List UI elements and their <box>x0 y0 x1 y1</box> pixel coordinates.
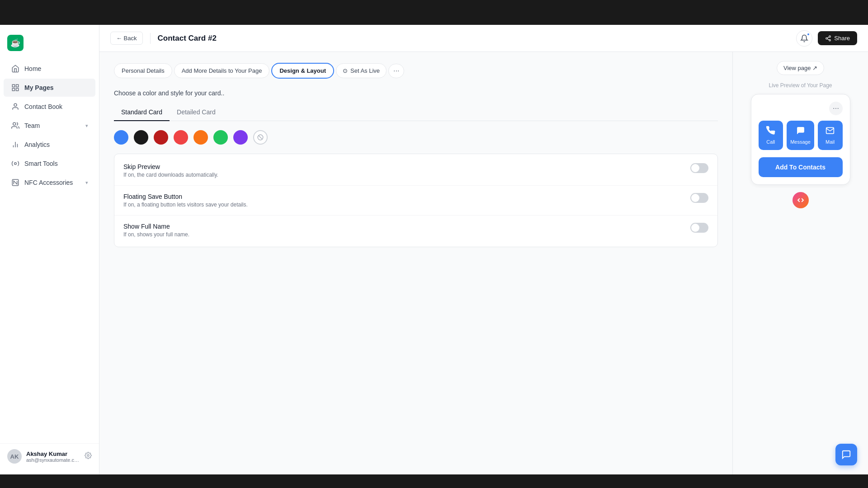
editor-panel: Personal Details Add More Details to You… <box>99 52 732 474</box>
sidebar-item-team[interactable]: Team ▾ <box>4 117 95 135</box>
svg-rect-1 <box>16 84 19 87</box>
view-page-button[interactable]: View page ↗ <box>777 61 824 75</box>
team-icon <box>11 121 20 130</box>
settings-gear-icon[interactable] <box>85 452 92 461</box>
svg-point-13 <box>826 38 828 39</box>
user-name: Akshay Kumar <box>26 450 80 457</box>
settings-row-floating-save: Floating Save Button If on, a floating b… <box>114 186 717 216</box>
my-pages-icon <box>11 83 20 92</box>
sidebar-item-home[interactable]: Home <box>4 60 95 78</box>
tab-personal-details[interactable]: Personal Details <box>114 63 172 78</box>
message-label: Message <box>790 139 811 145</box>
sidebar-item-contact-book[interactable]: Contact Book <box>4 98 95 116</box>
color-green[interactable] <box>213 130 228 145</box>
skip-preview-desc: If on, the card downloads automatically. <box>123 172 218 178</box>
svg-line-18 <box>259 136 262 139</box>
svg-point-9 <box>14 163 17 165</box>
chat-fab-button[interactable] <box>835 444 857 465</box>
page-title: Contact Card #2 <box>158 34 217 43</box>
preview-more-button[interactable]: ⋯ <box>829 102 843 115</box>
share-label: Share <box>834 35 850 42</box>
nfc-chevron-icon: ▾ <box>85 180 88 186</box>
call-label: Call <box>766 139 775 145</box>
preview-more-area: ⋯ <box>759 102 843 115</box>
watermark-icon[interactable] <box>793 192 809 208</box>
sidebar-label-nfc: NFC Accessories <box>24 179 81 186</box>
custom-color-picker[interactable] <box>253 130 268 145</box>
svg-line-16 <box>827 37 829 38</box>
preview-message-button[interactable]: Message <box>787 121 814 150</box>
sidebar-label-home: Home <box>24 65 88 72</box>
svg-point-14 <box>829 39 831 41</box>
settings-row-skip-preview: Skip Preview If on, the card downloads a… <box>114 156 717 186</box>
notification-button[interactable] <box>796 30 812 47</box>
share-button[interactable]: Share <box>818 31 857 45</box>
mail-label: Mail <box>826 139 835 145</box>
skip-preview-toggle[interactable] <box>690 163 708 173</box>
sidebar-label-smart-tools: Smart Tools <box>24 160 88 167</box>
sidebar-user-section: AK Akshay Kumar ash@synxautomate.com <box>0 443 99 469</box>
svg-line-15 <box>827 38 829 39</box>
floating-save-desc: If on, a floating button lets visitors s… <box>123 202 248 208</box>
settings-info-show-full-name: Show Full Name If on, shows your full na… <box>123 223 189 238</box>
color-black[interactable] <box>134 130 148 145</box>
floating-save-label: Floating Save Button <box>123 193 248 200</box>
show-full-name-label: Show Full Name <box>123 223 189 230</box>
tab-design-layout[interactable]: Design & Layout <box>271 63 334 79</box>
add-to-contacts-button[interactable]: Add To Contacts <box>759 157 843 177</box>
color-dark-red[interactable] <box>154 130 168 145</box>
color-blue[interactable] <box>114 130 128 145</box>
svg-rect-0 <box>12 84 14 87</box>
more-tabs-button[interactable]: ··· <box>388 64 404 78</box>
color-red[interactable] <box>174 130 188 145</box>
design-section-title: Choose a color and style for your card.. <box>114 89 718 97</box>
sidebar-item-my-pages[interactable]: My Pages <box>4 79 95 97</box>
sidebar-item-smart-tools[interactable]: Smart Tools <box>4 155 95 173</box>
back-button[interactable]: ← Back <box>110 32 143 45</box>
preview-call-button[interactable]: Call <box>759 121 783 150</box>
svg-rect-2 <box>12 89 14 91</box>
header-divider <box>150 33 151 44</box>
team-chevron-icon: ▾ <box>85 123 88 129</box>
live-broadcast-icon: ⊙ <box>343 67 348 74</box>
color-purple[interactable] <box>233 130 248 145</box>
sidebar: ☕ Home My Pages Contact Book Team <box>0 25 99 474</box>
card-tab-standard[interactable]: Standard Card <box>114 104 170 121</box>
header-right: Share <box>796 30 857 47</box>
sidebar-label-my-pages: My Pages <box>24 84 88 91</box>
notification-dot <box>807 33 810 36</box>
settings-info-floating-save: Floating Save Button If on, a floating b… <box>123 193 248 208</box>
call-icon <box>766 126 775 137</box>
page-header: ← Back Contact Card #2 Share <box>99 25 868 52</box>
svg-point-4 <box>14 103 17 106</box>
sidebar-label-contact-book: Contact Book <box>24 103 88 110</box>
color-orange[interactable] <box>193 130 208 145</box>
message-icon <box>796 126 805 137</box>
phone-preview-card: ⋯ Call Message <box>751 94 850 185</box>
header-left: ← Back Contact Card #2 <box>110 32 217 45</box>
user-info: Akshay Kumar ash@synxautomate.com <box>26 450 80 463</box>
skip-preview-label: Skip Preview <box>123 163 218 170</box>
tab-set-as-live[interactable]: ⊙ Set As Live <box>336 63 387 78</box>
svg-rect-3 <box>16 89 19 91</box>
sidebar-item-analytics[interactable]: Analytics <box>4 136 95 154</box>
preview-panel: View page ↗ Live Preview of Your Page ⋯ … <box>732 52 868 474</box>
contact-book-icon <box>11 102 20 111</box>
sidebar-logo: ☕ <box>0 30 99 59</box>
show-full-name-desc: If on, shows your full name. <box>123 231 189 238</box>
card-type-tabs: Standard Card Detailed Card <box>114 104 718 121</box>
settings-row-show-full-name: Show Full Name If on, shows your full na… <box>114 216 717 245</box>
avatar: AK <box>7 449 22 464</box>
tab-add-more-details[interactable]: Add More Details to Your Page <box>174 63 270 78</box>
sidebar-label-analytics: Analytics <box>24 141 88 148</box>
preview-mail-button[interactable]: Mail <box>818 121 843 150</box>
card-tab-detailed[interactable]: Detailed Card <box>170 104 223 121</box>
color-picker-row <box>114 130 718 145</box>
svg-point-12 <box>829 36 831 38</box>
tab-bar: Personal Details Add More Details to You… <box>114 63 718 79</box>
show-full-name-toggle[interactable] <box>690 223 708 233</box>
mail-icon <box>826 126 835 137</box>
bottom-bar <box>0 474 868 488</box>
sidebar-item-nfc-accessories[interactable]: NFC Accessories ▾ <box>4 174 95 192</box>
floating-save-toggle[interactable] <box>690 193 708 203</box>
